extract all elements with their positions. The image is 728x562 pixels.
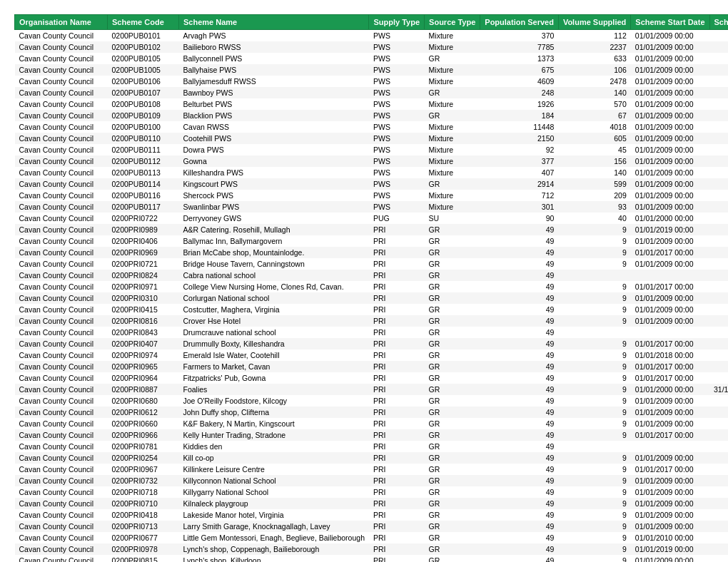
cell-population-served: 49 bbox=[480, 395, 559, 407]
cell-population-served: 92 bbox=[480, 144, 559, 155]
cell-end-date bbox=[709, 258, 728, 270]
cell-scheme-name: Belturbet PWS bbox=[179, 98, 369, 110]
cell-source-type: GR bbox=[425, 315, 480, 327]
cell-population-served: 49 bbox=[480, 315, 559, 327]
cell-volume-supplied: 209 bbox=[558, 190, 630, 201]
cell-source-type: GR bbox=[425, 509, 480, 521]
cell-supply-type: PWS bbox=[369, 98, 425, 110]
cell-start-date: 01/01/2009 00:00 bbox=[631, 110, 709, 121]
cell-scheme-code: 0200PRI0843 bbox=[108, 327, 179, 338]
cell-start-date: 01/01/2000 00:00 bbox=[631, 213, 709, 224]
cell-population-served: 49 bbox=[480, 486, 559, 498]
table-row: Cavan County Council0200PRI0969Brian McC… bbox=[15, 247, 729, 258]
cell-supply-type: PRI bbox=[369, 247, 425, 258]
cell-volume-supplied: 9 bbox=[558, 258, 630, 270]
cell-supply-type: PRI bbox=[369, 258, 425, 270]
cell-source-type: GR bbox=[425, 53, 480, 64]
cell-volume-supplied: 9 bbox=[558, 304, 630, 315]
cell-volume-supplied: 570 bbox=[558, 98, 630, 110]
cell-supply-type: PWS bbox=[369, 121, 425, 133]
cell-start-date: 01/01/2009 00:00 bbox=[631, 190, 709, 201]
cell-end-date: 31/12/2019 00:00 bbox=[709, 384, 728, 395]
cell-source-type: GR bbox=[425, 452, 480, 464]
cell-scheme-code: 0200PRI0964 bbox=[108, 372, 179, 384]
cell-start-date: 01/01/2009 00:00 bbox=[631, 292, 709, 304]
table-row: Cavan County Council0200PRI0966Kelly Hun… bbox=[15, 429, 729, 441]
cell-scheme-name: Killinkere Leisure Centre bbox=[179, 464, 369, 475]
cell-supply-type: PWS bbox=[369, 30, 425, 42]
cell-population-served: 2150 bbox=[480, 133, 559, 144]
cell-scheme-code: 0200PRI0254 bbox=[108, 452, 179, 464]
cell-scheme-code: 0200PRI0989 bbox=[108, 224, 179, 235]
cell-start-date: 01/01/2009 00:00 bbox=[631, 304, 709, 315]
cell-volume-supplied: 9 bbox=[558, 407, 630, 418]
cell-source-type: GR bbox=[425, 372, 480, 384]
cell-scheme-code: 0200PUB1005 bbox=[108, 64, 179, 76]
cell-org-name: Cavan County Council bbox=[15, 110, 108, 121]
cell-org-name: Cavan County Council bbox=[15, 555, 108, 562]
cell-population-served: 49 bbox=[480, 304, 559, 315]
cell-org-name: Cavan County Council bbox=[15, 64, 108, 76]
cell-volume-supplied: 9 bbox=[558, 521, 630, 532]
cell-scheme-name: Ballyconnell PWS bbox=[179, 53, 369, 64]
cell-volume-supplied: 9 bbox=[558, 464, 630, 475]
cell-population-served: 49 bbox=[480, 452, 559, 464]
table-row: Cavan County Council0200PRI0974Emerald I… bbox=[15, 349, 729, 361]
table-row: Cavan County Council0200PRI0964Fitzpatri… bbox=[15, 372, 729, 384]
table-row: Cavan County Council0200PRI0418Lakeside … bbox=[15, 509, 729, 521]
cell-org-name: Cavan County Council bbox=[15, 304, 108, 315]
cell-supply-type: PRI bbox=[369, 327, 425, 338]
cell-scheme-code: 0200PRI0969 bbox=[108, 247, 179, 258]
cell-scheme-name: Cabra national school bbox=[179, 270, 369, 281]
table-row: Cavan County Council0200PUB0111Dowra PWS… bbox=[15, 144, 729, 155]
table-row: Cavan County Council0200PRI0781Kiddies d… bbox=[15, 441, 729, 452]
cell-source-type: Mixture bbox=[425, 201, 480, 213]
cell-scheme-name: Corlurgan National school bbox=[179, 292, 369, 304]
cell-population-served: 1926 bbox=[480, 98, 559, 110]
cell-population-served: 49 bbox=[480, 224, 559, 235]
cell-scheme-name: Shercock PWS bbox=[179, 190, 369, 201]
cell-supply-type: PRI bbox=[369, 315, 425, 327]
cell-scheme-code: 0200PRI0732 bbox=[108, 475, 179, 486]
cell-scheme-code: 0200PRI0816 bbox=[108, 315, 179, 327]
table-row: Cavan County Council0200PRI0815Lynch's s… bbox=[15, 555, 729, 562]
cell-source-type: GR bbox=[425, 384, 480, 395]
table-body: Cavan County Council0200PUB0101Arvagh PW… bbox=[15, 30, 729, 563]
cell-start-date: 01/01/2009 00:00 bbox=[631, 178, 709, 190]
header-population-served: Population Served bbox=[480, 15, 559, 30]
cell-scheme-code: 0200PUB0110 bbox=[108, 133, 179, 144]
cell-start-date bbox=[631, 327, 709, 338]
table-row: Cavan County Council0200PUB0105Ballyconn… bbox=[15, 53, 729, 64]
cell-scheme-name: Kilnaleck playgroup bbox=[179, 498, 369, 509]
cell-scheme-name: Bridge House Tavern, Canningstown bbox=[179, 258, 369, 270]
cell-supply-type: PRI bbox=[369, 521, 425, 532]
cell-scheme-name: Cootehill PWS bbox=[179, 133, 369, 144]
cell-scheme-code: 0200PUB0106 bbox=[108, 76, 179, 87]
table-row: Cavan County Council0200PRI0713Larry Smi… bbox=[15, 521, 729, 532]
cell-start-date: 01/01/2009 00:00 bbox=[631, 475, 709, 486]
cell-volume-supplied: 9 bbox=[558, 349, 630, 361]
cell-volume-supplied: 9 bbox=[558, 509, 630, 521]
cell-end-date bbox=[709, 270, 728, 281]
cell-end-date bbox=[709, 315, 728, 327]
cell-source-type: GR bbox=[425, 407, 480, 418]
cell-start-date: 01/01/2009 00:00 bbox=[631, 87, 709, 98]
cell-end-date bbox=[709, 429, 728, 441]
cell-scheme-name: Bawnboy PWS bbox=[179, 87, 369, 98]
cell-population-served: 49 bbox=[480, 521, 559, 532]
cell-volume-supplied: 140 bbox=[558, 167, 630, 178]
cell-population-served: 248 bbox=[480, 87, 559, 98]
table-row: Cavan County Council0200PRI0978Lynch's s… bbox=[15, 543, 729, 555]
cell-end-date bbox=[709, 213, 728, 224]
cell-population-served: 377 bbox=[480, 155, 559, 167]
header-scheme-code: Scheme Code bbox=[108, 15, 179, 30]
cell-org-name: Cavan County Council bbox=[15, 418, 108, 429]
cell-supply-type: PRI bbox=[369, 543, 425, 555]
cell-org-name: Cavan County Council bbox=[15, 509, 108, 521]
cell-end-date bbox=[709, 304, 728, 315]
data-table: Organisation Name Scheme Code Scheme Nam… bbox=[14, 14, 728, 562]
cell-supply-type: PRI bbox=[369, 486, 425, 498]
table-row: Cavan County Council0200PUB0116Shercock … bbox=[15, 190, 729, 201]
cell-end-date bbox=[709, 486, 728, 498]
cell-scheme-name: Dowra PWS bbox=[179, 144, 369, 155]
